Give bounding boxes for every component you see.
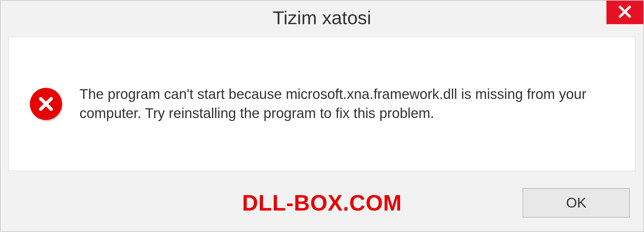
dialog-title: Tizim xatosi [273,7,371,28]
watermark-text: DLL-BOX.COM [242,190,402,216]
close-button[interactable] [606,1,643,24]
error-icon [29,87,63,121]
error-dialog: Tizim xatosi The program can't start bec… [0,0,644,232]
content-panel: The program can't start because microsof… [9,37,635,171]
ok-button-label: OK [566,195,587,211]
close-icon [618,5,632,20]
ok-button[interactable]: OK [523,188,630,218]
titlebar: Tizim xatosi [1,1,643,34]
dialog-footer: DLL-BOX.COM OK [1,174,643,231]
error-message: The program can't start because microsof… [79,85,615,123]
